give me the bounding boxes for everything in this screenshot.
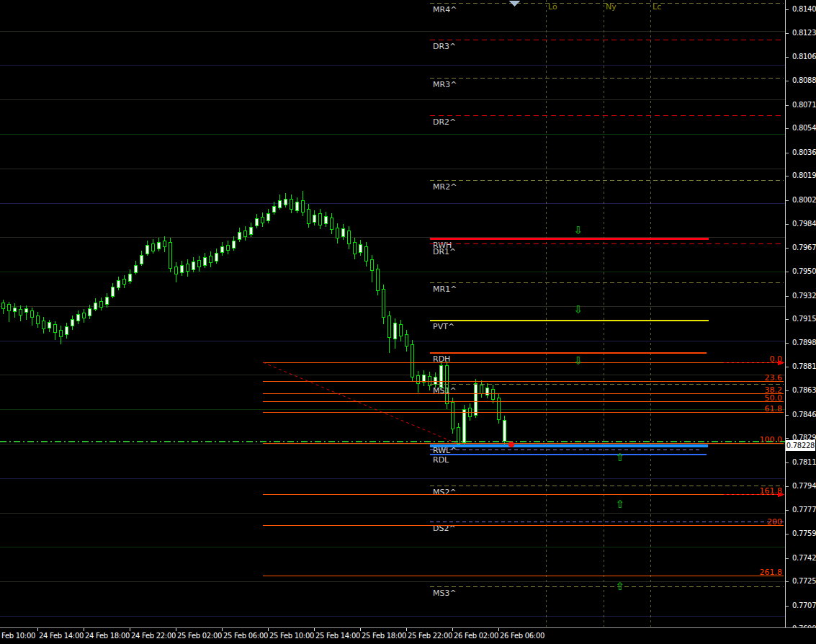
candle (290, 194, 293, 213)
price-tick-label: 0.80195 (792, 171, 816, 179)
candlestick-chart[interactable]: LoNyLcMR4^DR3^MR3^DR2^MR2^RWHDR1^MR1^PVT… (0, 0, 785, 627)
candle (221, 242, 224, 256)
candle (256, 214, 259, 228)
candle (296, 197, 299, 213)
candle (187, 259, 189, 277)
candle (169, 238, 172, 272)
price-axis: 0.814050.812300.810600.808850.807100.805… (785, 0, 816, 627)
candle (475, 379, 478, 418)
price-tick-label: 0.79500 (792, 267, 816, 275)
price-tick-label: 0.77075 (792, 601, 816, 609)
price-axis-tick (786, 558, 789, 559)
candle (279, 194, 282, 210)
candle (423, 370, 426, 386)
candle (48, 320, 51, 332)
candle (112, 283, 115, 298)
fib-label-100.0: 100.0 (760, 435, 783, 444)
price-axis-tick (786, 9, 789, 10)
fib-label-23.6: 23.6 (765, 373, 783, 383)
candle (175, 262, 178, 282)
candle (405, 330, 408, 352)
fib-label-200: 200 (767, 517, 782, 527)
level-label-ms3: MS3^ (433, 589, 457, 598)
time-axis-tick (498, 628, 499, 631)
candle (480, 380, 483, 398)
time-tick-label: 24 Feb 14:00 (39, 632, 84, 640)
price-tick-label: 0.81230 (792, 29, 816, 37)
time-tick-label: 26 Feb 02:00 (454, 632, 498, 640)
time-tick-label: 25 Feb 10:00 (269, 632, 314, 640)
candle (181, 261, 184, 276)
level-label-ds2: DS2^ (433, 524, 456, 533)
price-axis-tick (786, 176, 789, 176)
price-axis-tick (786, 81, 789, 81)
candle (54, 321, 57, 340)
candle (77, 310, 80, 324)
price-tick-label: 0.77420 (792, 554, 816, 562)
candle (238, 228, 241, 242)
price-tick-label: 0.78980 (792, 339, 816, 346)
candle (400, 320, 403, 341)
price-axis-tick (786, 296, 789, 297)
candle (302, 191, 305, 216)
time-tick-label: 25 Feb 06:00 (223, 632, 268, 640)
candle (284, 193, 287, 207)
signal-arrow-up-icon: ⇧ (616, 451, 625, 464)
trading-chart-window: LoNyLcMR4^DR3^MR3^DR2^MR2^RWHDR1^MR1^PVT… (0, 0, 816, 644)
price-tick-label: 0.77595 (792, 529, 816, 537)
candle (2, 300, 5, 314)
time-axis-tick (452, 628, 453, 631)
signal-arrow-down-icon: ⇩ (574, 303, 583, 316)
time-tick-label: 25 Feb 14:00 (315, 632, 360, 640)
time-axis-tick (314, 628, 315, 631)
candle (227, 241, 230, 254)
candle (244, 226, 247, 241)
candle (365, 242, 368, 267)
candle (31, 308, 34, 326)
candle (37, 312, 40, 328)
candle (158, 238, 161, 251)
candle (313, 210, 316, 225)
signal-arrow-down-icon: ⇩ (574, 354, 583, 367)
signal-arrow-up-icon: ⇧ (616, 580, 625, 593)
price-axis-tick (786, 462, 789, 463)
price-tick-label: 0.77250 (792, 577, 816, 585)
candle (388, 311, 391, 353)
price-tick-label: 0.80885 (792, 76, 816, 84)
level-label-pvt: PVT^ (433, 322, 454, 331)
time-tick-label: 25 Feb 18:00 (362, 632, 406, 640)
candle (359, 240, 362, 256)
level-label-mr4: MR4^ (433, 5, 457, 14)
level-label-dr3: DR3^ (433, 42, 456, 51)
candle (83, 309, 86, 323)
price-tick-label: 0.77770 (792, 506, 816, 514)
level-label-dr1: DR1^ (433, 247, 456, 256)
candle (60, 326, 63, 344)
price-tick-label: 0.78635 (792, 386, 816, 394)
candle (411, 340, 414, 382)
candle (198, 256, 201, 272)
candle (486, 383, 489, 398)
candle (14, 303, 17, 318)
candle (308, 204, 310, 228)
price-tick-label: 0.79325 (792, 292, 816, 300)
time-axis: Feb 10:0024 Feb 14:0024 Feb 18:0024 Feb … (0, 627, 816, 644)
time-axis-tick (268, 628, 269, 631)
time-axis-tick (84, 628, 84, 631)
candle (146, 241, 149, 256)
time-axis-tick (406, 628, 407, 631)
candle (267, 209, 270, 223)
level-label-mr3: MR3^ (433, 80, 457, 89)
candle (140, 251, 143, 266)
candle (394, 318, 397, 349)
price-tick-label: 0.79155 (792, 315, 816, 323)
level-label-dr2: DR2^ (433, 117, 456, 127)
candle (233, 236, 236, 251)
time-axis-tick (360, 628, 361, 631)
fib-label-61.8: 61.8 (765, 404, 783, 413)
candle (123, 275, 126, 288)
price-axis-tick (786, 319, 789, 320)
price-axis-tick (786, 415, 789, 416)
candle (117, 277, 120, 290)
price-axis-tick (786, 57, 789, 58)
